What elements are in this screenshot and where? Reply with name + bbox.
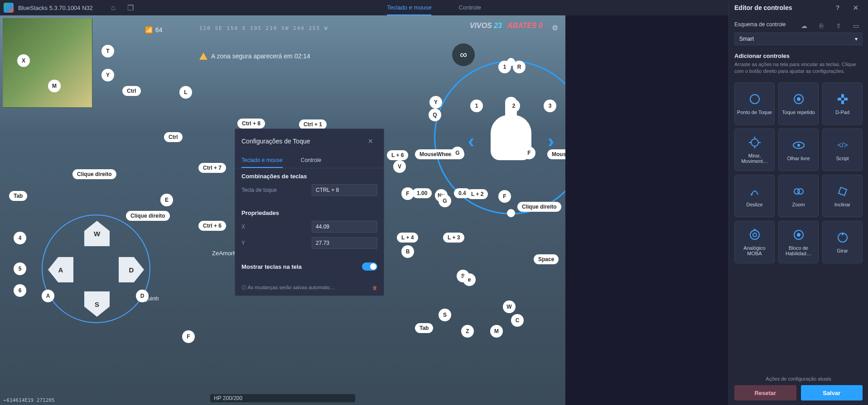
key-chip[interactable]: S <box>439 309 451 321</box>
key-chip[interactable]: 4 <box>14 232 26 244</box>
key-chip[interactable]: Q <box>429 109 441 121</box>
key-chip[interactable]: L + 4 <box>397 233 418 243</box>
key-chip[interactable]: Y <box>101 69 114 81</box>
control-tile-label: Inclinar <box>834 202 850 207</box>
y-input[interactable] <box>312 237 377 249</box>
key-chip[interactable]: 1 <box>498 61 511 73</box>
key-chip[interactable]: B <box>401 245 414 258</box>
key-chip[interactable]: Space <box>534 254 559 264</box>
control-tile[interactable]: Bloco de Habilidad… <box>778 221 819 263</box>
control-tile[interactable]: Mirar, Moviment… <box>734 129 775 171</box>
key-chip[interactable]: E <box>160 194 173 206</box>
key-chip[interactable]: T <box>101 45 114 57</box>
tab-keyboard-mouse[interactable]: Teclado e mouse <box>387 0 431 15</box>
key-chip[interactable]: Ctrl + 7 <box>198 163 226 173</box>
scheme-export-icon[interactable]: ⇪ <box>832 19 845 33</box>
key-chip[interactable]: D <box>136 290 149 302</box>
control-tile[interactable]: Analógico MOBA <box>734 221 775 263</box>
dialog-tab-keyboard[interactable]: Teclado e mouse <box>241 153 283 168</box>
key-chip[interactable]: 6 <box>14 284 26 297</box>
key-chip[interactable]: Ctrl + 8 <box>237 119 265 129</box>
home-icon[interactable]: ⌂ <box>106 1 120 14</box>
key-chip[interactable]: M <box>490 325 503 338</box>
tab-control[interactable]: Controle <box>459 0 481 15</box>
key-chip[interactable]: Y <box>429 96 442 109</box>
chevron-down-icon: ▾ <box>855 36 858 42</box>
swipe-handle-bottom[interactable] <box>507 209 515 217</box>
key-chip[interactable]: G <box>439 195 451 207</box>
game-viewport[interactable]: 📶 64 120 SE 150 S 195 210 SW 240 255 W V… <box>0 15 565 405</box>
scheme-browse-icon[interactable]: ▭ <box>849 19 863 33</box>
control-tile[interactable]: Toque repetido <box>778 82 819 125</box>
infinity-slot-icon[interactable]: ∞ <box>452 43 475 66</box>
ping-indicator: 📶 64 <box>145 26 163 33</box>
key-chip[interactable]: C <box>511 314 524 327</box>
touch-key-input[interactable] <box>312 184 377 196</box>
touch-key-label: Tecla de toque <box>241 187 277 193</box>
key-chip[interactable]: MouseWheelDown <box>547 149 565 159</box>
key-chip[interactable]: A <box>42 290 54 302</box>
key-chip[interactable]: Tab <box>9 191 27 201</box>
key-chip[interactable]: Z <box>461 325 474 338</box>
dpad-right[interactable]: D <box>119 257 144 282</box>
key-chip[interactable]: e <box>463 273 476 286</box>
scheme-dropdown[interactable]: Smart ▾ <box>734 33 863 45</box>
key-chip[interactable]: G <box>451 147 464 159</box>
key-chip[interactable]: R <box>513 61 526 73</box>
control-tile[interactable]: Girar <box>822 221 863 263</box>
control-tile[interactable]: Olhar livre <box>778 129 819 171</box>
dialog-tab-control[interactable]: Controle <box>301 153 321 168</box>
x-input[interactable] <box>312 221 377 233</box>
help-icon[interactable]: ? <box>831 1 844 14</box>
key-chip[interactable]: X <box>17 54 30 67</box>
minimap[interactable] <box>3 18 92 108</box>
hud-settings-gear-icon[interactable]: ⚙ <box>548 21 562 34</box>
key-chip[interactable]: V <box>393 160 406 173</box>
key-chip[interactable]: 2 <box>507 100 520 112</box>
key-chip[interactable]: F <box>523 147 535 159</box>
multi-instance-icon[interactable]: ❐ <box>124 1 137 14</box>
key-chip[interactable]: L <box>179 86 192 99</box>
key-chip[interactable]: 3 <box>544 100 556 112</box>
controls-editor-sidebar: Editor de controles ? ✕ Esquema de contr… <box>728 0 868 405</box>
app-logo-icon <box>4 3 14 13</box>
delete-control-icon[interactable]: 🗑 <box>372 285 377 291</box>
key-chip[interactable]: F <box>498 190 511 203</box>
key-chip[interactable]: 5 <box>14 262 26 275</box>
reset-button[interactable]: Resetar <box>734 385 796 400</box>
key-chip[interactable]: L + 3 <box>443 233 464 243</box>
key-chip[interactable]: Tab <box>415 323 433 333</box>
show-keys-toggle[interactable] <box>362 262 377 271</box>
key-chip[interactable]: 1.00 <box>412 188 432 198</box>
dpad-left[interactable]: A <box>48 257 73 282</box>
key-chip[interactable]: M <box>48 80 61 92</box>
control-tile[interactable]: Deslize <box>734 175 775 217</box>
dpad-up[interactable]: W <box>84 221 110 246</box>
key-chip[interactable]: W <box>503 300 516 313</box>
key-chip[interactable]: F <box>182 330 195 343</box>
dialog-close-icon[interactable]: ✕ <box>364 134 377 148</box>
control-tile[interactable]: Zoom <box>778 175 819 217</box>
controls-palette-grid: Ponto de ToqueToque repetidoD-PadMirar, … <box>729 79 868 267</box>
key-chip[interactable]: L + 6 <box>387 150 408 160</box>
control-tile[interactable]: Ponto de Toque <box>734 82 775 125</box>
scheme-new-icon[interactable]: ⎘ <box>815 19 828 33</box>
key-chip[interactable]: 1 <box>470 100 483 112</box>
sidebar-close-icon[interactable]: ✕ <box>849 1 863 14</box>
key-chip[interactable]: Clique direito <box>517 202 561 212</box>
dpad-control[interactable]: W S A D <box>42 214 150 323</box>
key-chip[interactable]: Ctrl <box>164 132 183 142</box>
key-chip[interactable]: Ctrl + 1 <box>299 119 327 129</box>
key-chip[interactable]: Ctrl <box>122 86 141 96</box>
key-chip[interactable]: L + 2 <box>467 189 488 199</box>
key-chip[interactable]: Clique direito <box>126 211 170 221</box>
scheme-import-icon[interactable]: ☁ <box>797 19 811 33</box>
control-tile-label: Mirar, Moviment… <box>737 153 772 164</box>
key-chip[interactable]: Ctrl + 6 <box>198 221 226 231</box>
key-chip[interactable]: Clique direito <box>72 169 116 179</box>
dpad-down[interactable]: S <box>84 291 110 317</box>
save-button[interactable]: Salvar <box>801 385 863 400</box>
control-tile[interactable]: </>Script <box>822 129 863 171</box>
control-tile[interactable]: D-Pad <box>822 82 863 125</box>
control-tile[interactable]: Inclinar <box>822 175 863 217</box>
